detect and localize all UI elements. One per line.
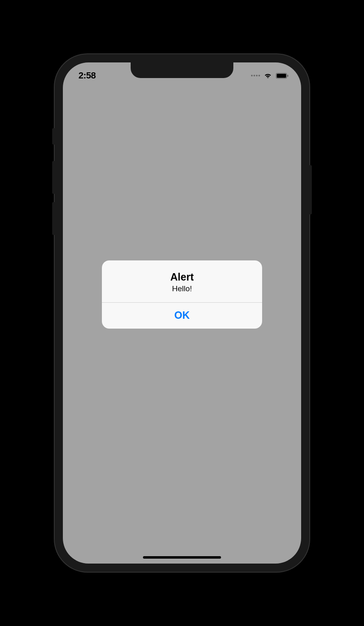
svg-rect-1 [277, 74, 286, 78]
wifi-icon [263, 72, 272, 79]
home-indicator[interactable] [143, 556, 221, 559]
cellular-signal-icon [251, 75, 260, 76]
alert-title: Alert [110, 271, 254, 283]
alert-backdrop: Alert Hello! OK [63, 62, 301, 564]
status-indicators [251, 72, 289, 79]
volume-up-button [52, 161, 55, 194]
alert-message: Hello! [110, 284, 254, 293]
alert-dialog: Alert Hello! OK [102, 260, 262, 329]
status-time: 2:58 [78, 70, 96, 81]
battery-icon [276, 73, 289, 79]
mute-switch [52, 128, 55, 145]
volume-down-button [52, 202, 55, 235]
device-notch [131, 62, 233, 78]
alert-content: Alert Hello! [102, 260, 262, 302]
device-frame: 2:58 [55, 54, 309, 572]
screen: 2:58 [63, 62, 301, 564]
ok-button[interactable]: OK [102, 303, 262, 329]
power-button [309, 165, 312, 214]
svg-rect-2 [288, 75, 288, 77]
